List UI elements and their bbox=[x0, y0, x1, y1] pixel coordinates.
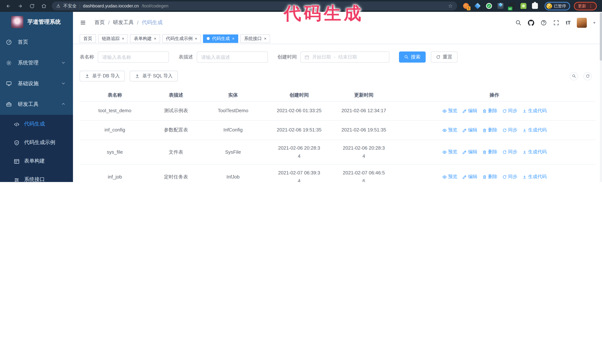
generate-code-link[interactable]: 生成代码 bbox=[522, 126, 547, 134]
extension-icon-orange[interactable]: 1 bbox=[463, 3, 469, 9]
tab-system-api[interactable]: 系统接口 × bbox=[240, 34, 270, 43]
breadcrumb-home[interactable]: 首页 bbox=[95, 19, 105, 26]
edit-link[interactable]: 编辑 bbox=[462, 107, 477, 115]
edit-icon bbox=[462, 128, 467, 132]
not-secure-label: 不安全 bbox=[63, 3, 77, 9]
download-icon bbox=[522, 109, 527, 113]
scrollbar-thumb[interactable] bbox=[600, 13, 602, 61]
generate-code-link[interactable]: 生成代码 bbox=[522, 173, 547, 181]
edit-link[interactable]: 编辑 bbox=[462, 173, 477, 181]
sidebar-item-infrastructure[interactable]: 基础设施 bbox=[0, 73, 73, 94]
sidebar-toggle-icon[interactable] bbox=[80, 20, 86, 26]
sidebar-item-label: 系统接口 bbox=[24, 176, 45, 182]
import-db-button[interactable]: 基于 DB 导入 bbox=[80, 71, 125, 82]
breadcrumb-dev-tools[interactable]: 研发工具 bbox=[113, 19, 134, 26]
tab-codegen[interactable]: 代码生成 × bbox=[203, 34, 238, 43]
tab-home[interactable]: 首页 bbox=[80, 34, 96, 43]
delete-link[interactable]: 删除 bbox=[482, 148, 497, 156]
browser-update-button[interactable]: 更新 ⋮ bbox=[574, 2, 597, 10]
font-size-icon[interactable]: tT bbox=[566, 20, 571, 26]
filter-table-name: 表名称 bbox=[80, 52, 169, 62]
sidebar-item-form-builder[interactable]: 表单构建 bbox=[0, 152, 73, 170]
sidebar-item-system-api[interactable]: 系统接口 bbox=[0, 170, 73, 182]
browser-menu-icon[interactable]: ⋮ bbox=[589, 3, 593, 8]
preview-link[interactable]: 预览 bbox=[442, 173, 457, 181]
table-desc-input[interactable] bbox=[197, 52, 268, 62]
sidebar-item-codegen-example[interactable]: 代码生成示例 bbox=[0, 133, 73, 152]
chevron-down-icon[interactable]: ▾ bbox=[593, 20, 595, 25]
extension-icon-check[interactable]: ✓ bbox=[486, 3, 492, 9]
sync-link[interactable]: 同步 bbox=[502, 148, 517, 156]
browser-reload-button[interactable] bbox=[28, 2, 36, 10]
extension-icon-dark[interactable]: on bbox=[509, 3, 515, 9]
monitor-icon bbox=[6, 81, 12, 87]
import-sql-button[interactable]: 基于 SQL 导入 bbox=[130, 71, 178, 82]
close-icon[interactable]: × bbox=[122, 36, 124, 41]
brand-logo-image bbox=[11, 16, 23, 28]
tab-label: 链路追踪 bbox=[102, 35, 120, 42]
browser-back-button[interactable] bbox=[4, 2, 12, 10]
tab-codegen-example[interactable]: 代码生成示例 × bbox=[162, 34, 201, 43]
extension-icon-green[interactable] bbox=[520, 3, 527, 9]
avatar[interactable] bbox=[577, 18, 587, 28]
generate-code-link[interactable]: 生成代码 bbox=[522, 107, 547, 115]
extension-toolbar: 1 ✓ on bbox=[463, 3, 538, 9]
sync-link[interactable]: 同步 bbox=[502, 126, 517, 134]
edit-link[interactable]: 编辑 bbox=[462, 126, 477, 134]
screen: ⚠ 不安全 dashboard.yudao.iocoder.cn /tool/c… bbox=[0, 0, 602, 182]
browser-forward-button[interactable] bbox=[16, 2, 24, 10]
address-bar-divider bbox=[80, 3, 80, 8]
preview-link[interactable]: 预览 bbox=[442, 107, 457, 115]
generate-code-link[interactable]: 生成代码 bbox=[522, 148, 547, 156]
download-icon bbox=[522, 128, 527, 132]
tab-tracing[interactable]: 链路追踪 × bbox=[98, 34, 128, 43]
sync-link[interactable]: 同步 bbox=[502, 107, 517, 115]
search-icon[interactable] bbox=[516, 20, 522, 26]
github-icon[interactable] bbox=[528, 20, 534, 26]
bookmark-star-icon[interactable]: ☆ bbox=[448, 3, 453, 9]
preview-link[interactable]: 预览 bbox=[442, 126, 457, 134]
extension-on-badge: on bbox=[508, 7, 512, 10]
fullscreen-icon[interactable] bbox=[553, 20, 559, 26]
date-range-picker[interactable]: 开始日期 - 结束日期 bbox=[301, 52, 389, 62]
help-icon[interactable] bbox=[541, 20, 547, 26]
browser-profile-badge[interactable]: 已暂停 bbox=[545, 2, 570, 10]
sidebar-brand[interactable]: 芋道管理系统 bbox=[0, 12, 73, 32]
edit-link[interactable]: 编辑 bbox=[462, 148, 477, 156]
cell-created: 2021-02-06 19:51:35 bbox=[264, 126, 334, 134]
sync-link[interactable]: 同步 bbox=[502, 173, 517, 181]
close-icon[interactable]: × bbox=[232, 36, 235, 41]
sidebar-item-label: 代码生成 bbox=[24, 121, 45, 127]
table-name-input[interactable] bbox=[98, 52, 169, 62]
extension-icon-grid[interactable] bbox=[497, 3, 504, 9]
search-button[interactable]: 搜索 bbox=[399, 52, 426, 62]
extension-icon-gem[interactable] bbox=[474, 3, 481, 9]
refresh-table-button[interactable] bbox=[583, 72, 592, 80]
close-icon[interactable]: × bbox=[264, 36, 267, 41]
browser-home-button[interactable] bbox=[40, 2, 47, 10]
delete-link[interactable]: 删除 bbox=[482, 126, 497, 134]
close-icon[interactable]: × bbox=[154, 36, 156, 41]
close-icon[interactable]: × bbox=[195, 36, 197, 41]
sidebar-item-dev-tools[interactable]: 研发工具 bbox=[0, 94, 73, 115]
preview-link[interactable]: 预览 bbox=[442, 148, 457, 156]
toggle-search-button[interactable] bbox=[570, 72, 578, 80]
delete-link[interactable]: 删除 bbox=[482, 107, 497, 115]
extensions-puzzle-icon[interactable] bbox=[532, 3, 538, 9]
sidebar-item-label: 代码生成示例 bbox=[24, 139, 55, 146]
table-row: inf_job 定时任务表 InfJob 2021-02-07 06:39:3 … bbox=[80, 165, 595, 182]
chevron-down-icon bbox=[61, 81, 65, 87]
tab-form-builder[interactable]: 表单构建 × bbox=[130, 34, 160, 43]
sidebar-item-codegen[interactable]: 代码生成 bbox=[0, 115, 73, 133]
address-bar[interactable]: ⚠ 不安全 dashboard.yudao.iocoder.cn /tool/c… bbox=[52, 1, 457, 10]
sidebar-item-home[interactable]: 首页 bbox=[0, 32, 73, 52]
sidebar-item-system-management[interactable]: 系统管理 bbox=[0, 52, 73, 73]
dashboard-icon bbox=[6, 39, 12, 45]
main-area: 首页 / 研发工具 / 代码生成 tT ▾ 首页 bbox=[73, 12, 602, 182]
brand-title: 芋道管理系统 bbox=[27, 18, 61, 25]
table-row: sys_file 文件表 SysFile 2021-02-06 20:28:3 … bbox=[80, 140, 595, 165]
reset-button[interactable]: 重置 bbox=[431, 52, 458, 62]
delete-link[interactable]: 删除 bbox=[482, 173, 497, 181]
cell-table-name: inf_job bbox=[80, 173, 150, 181]
cell-actions: 预览 编辑 删除 同步 生成代码 bbox=[393, 148, 595, 156]
